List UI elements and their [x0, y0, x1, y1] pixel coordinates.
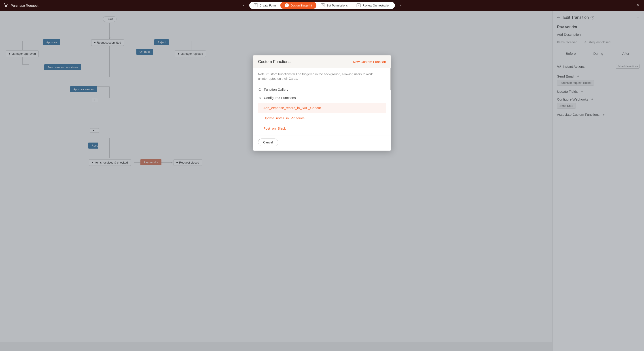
- step-create-form[interactable]: 1 Create Form: [249, 2, 280, 9]
- configured-functions-label: Configured Functions: [264, 96, 296, 100]
- step-set-permissions[interactable]: 3 Set Permissions: [316, 2, 352, 9]
- svg-point-34: [259, 97, 261, 99]
- function-gallery-group[interactable]: Function Gallery: [258, 85, 386, 94]
- configured-functions-group[interactable]: Configured Functions: [258, 94, 386, 102]
- modal-scrollbar[interactable]: [390, 68, 391, 90]
- step-label: Set Permissions: [327, 4, 348, 7]
- cancel-button[interactable]: Cancel: [258, 138, 278, 146]
- function-gallery-label: Function Gallery: [264, 88, 288, 91]
- step-design-blueprint[interactable]: 2 Design Blueprint: [280, 2, 316, 9]
- step-num: 1: [254, 3, 258, 7]
- topbar-left: Purchase Request: [4, 3, 38, 8]
- step-label: Review Orchestration: [362, 4, 390, 7]
- chevron-down-icon: [258, 96, 262, 100]
- function-list: Add_expense_record_in_SAP_Concur Update_…: [258, 103, 386, 133]
- svg-point-1: [6, 6, 7, 6]
- page-title: Purchase Request: [11, 3, 38, 7]
- stepper-wrap: 1 Create Form 2 Design Blueprint 3 Set P…: [241, 2, 404, 9]
- step-review-orchestration[interactable]: 4 Review Orchestration: [352, 2, 395, 9]
- stepper: 1 Create Form 2 Design Blueprint 3 Set P…: [249, 2, 395, 9]
- custom-functions-modal: Custom Functions New Custom Function Not…: [253, 55, 391, 151]
- function-item[interactable]: Post_on_Slack: [258, 123, 386, 133]
- svg-point-33: [259, 88, 261, 90]
- main: Start Approve Request submitted Reject M…: [0, 11, 644, 351]
- next-step-arrow[interactable]: [397, 2, 403, 8]
- chevron-right-icon: [258, 88, 262, 91]
- step-label: Design Blueprint: [291, 4, 312, 7]
- function-item[interactable]: Update_notes_in_Pipedrive: [258, 113, 386, 123]
- step-label: Create Form: [260, 4, 276, 7]
- topbar: Purchase Request 1 Create Form 2 Design …: [0, 0, 644, 11]
- svg-point-0: [5, 6, 6, 6]
- function-item[interactable]: Add_expense_record_in_SAP_Concur: [258, 103, 386, 113]
- new-custom-function-link[interactable]: New Custom Function: [353, 60, 386, 64]
- modal-overlay[interactable]: Custom Functions New Custom Function Not…: [0, 11, 644, 351]
- step-num: 3: [321, 3, 325, 7]
- modal-note: Note: Custom Functions will be triggered…: [258, 72, 386, 81]
- prev-step-arrow[interactable]: [241, 2, 247, 8]
- step-num: 2: [285, 3, 289, 7]
- step-num: 4: [357, 3, 361, 7]
- close-button[interactable]: [635, 2, 640, 8]
- cart-icon: [4, 3, 8, 8]
- modal-title: Custom Functions: [258, 59, 290, 64]
